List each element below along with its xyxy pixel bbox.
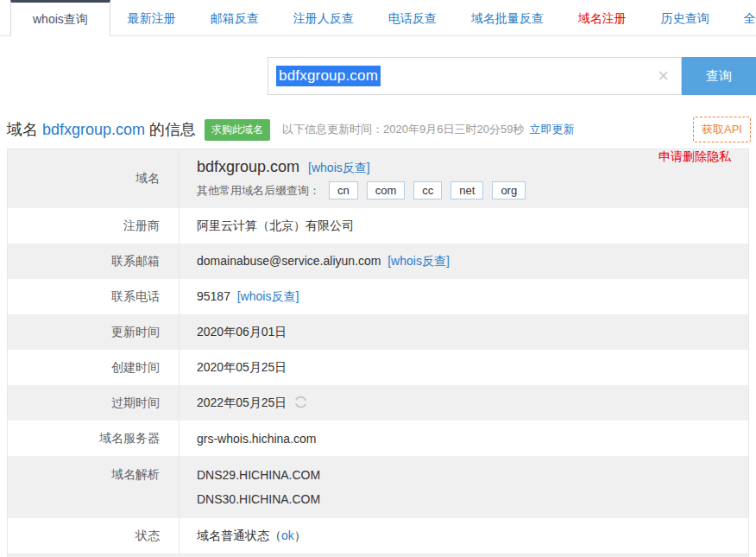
result-header: 域名 bdfxgroup.com 的信息 求购此域名 以下信息更新时间：2020… [7,117,751,142]
domain-value-line: bdfxgroup.com [whois反查] [197,158,658,176]
update-now-link[interactable]: 立即更新 [529,122,574,137]
email-value: domainabuse@service.aliyun.com [197,254,381,268]
row-label: 联系邮箱 [8,244,180,279]
row-label: 域名解析 [8,456,180,518]
row-value: 阿里云计算（北京）有限公司 [180,218,748,234]
table-row-domain: 域名 bdfxgroup.com [whois反查] 其他常用域名后缀查询： c… [8,149,748,208]
table-row-whois-server: 域名服务器 grs-whois.hichina.com [8,421,748,456]
row-value: domainabuse@service.aliyun.com [whois反查] [180,254,748,269]
dns-value-1: DNS29.HICHINA.COM [197,468,748,482]
row-value: bdfxgroup.com [whois反查] 其他常用域名后缀查询： cn c… [180,149,658,208]
page-title-domain: bdfxgroup.com [42,121,145,138]
whois-info-table: 域名 bdfxgroup.com [whois反查] 其他常用域名后缀查询： c… [7,149,749,557]
update-time-text: 以下信息更新时间：2020年9月6日三时20分59秒 [282,122,524,137]
tab-domain-register[interactable]: 域名注册 [578,0,627,35]
table-row-registrar: 注册商 阿里云计算（北京）有限公司 [8,208,748,244]
row-value: 2020年06月01日 [180,325,748,340]
row-value: 域名普通状态（ok） [180,529,748,544]
phone-value: 95187 [197,289,230,303]
suffix-button-cn[interactable]: cn [329,181,358,199]
table-row-updated-date: 更新时间 2020年06月01日 [8,314,748,350]
tab-email-reverse[interactable]: 邮箱反查 [211,0,259,35]
refresh-icon[interactable] [293,395,308,412]
suffix-button-com[interactable]: com [367,181,406,199]
table-row-contact-email: 联系邮箱 domainabuse@service.aliyun.com [who… [8,244,748,279]
row-label: 创建时间 [8,350,180,385]
row-label: 更新时间 [8,314,180,350]
tab-global-domain[interactable]: 全球域名 [744,0,756,35]
search-input[interactable]: bdfxgroup.com × [268,57,682,95]
tab-batch-reverse[interactable]: 域名批量反查 [471,0,544,35]
expiry-value: 2022年05月25日 [197,396,287,409]
phone-whois-reverse-link[interactable]: [whois反查] [237,289,299,303]
delete-privacy-link[interactable]: 申请删除隐私 [658,149,731,208]
row-label: 联系电话 [8,279,180,314]
status-text: 域名普通状态（ [197,529,281,542]
row-value: grs-whois.hichina.com [180,432,748,446]
search-button[interactable]: 查询 [682,57,756,95]
dns-value-2: DNS30.HICHINA.COM [197,492,748,506]
page-title: 域名 bdfxgroup.com 的信息 [7,119,196,140]
suffix-button-net[interactable]: net [450,181,483,199]
table-row-dns: 域名解析 DNS29.HICHINA.COM DNS30.HICHINA.COM [8,456,748,518]
row-value: 2022年05月25日 [180,395,748,412]
tab-phone-reverse[interactable]: 电话反查 [388,0,437,35]
buy-domain-badge[interactable]: 求购此域名 [205,119,270,141]
row-label: 域名 [8,149,180,208]
row-value: DNS29.HICHINA.COM DNS30.HICHINA.COM [180,456,748,518]
get-api-button[interactable]: 获取API [693,117,751,142]
status-ok-link[interactable]: ok [281,529,294,542]
tab-newest-registered[interactable]: 最新注册 [128,0,176,35]
search-input-selected-text: bdfxgroup.com [276,66,381,86]
suffix-button-org[interactable]: org [492,181,526,199]
row-value: 2020年05月25日 [180,360,748,376]
email-whois-reverse-link[interactable]: [whois反查] [387,254,450,268]
page-title-suffix: 的信息 [145,121,196,138]
next-row-sliver [8,554,748,557]
domain-whois-reverse-link[interactable]: [whois反查] [308,161,370,176]
suffix-query-label: 其他常用域名后缀查询： [197,183,320,199]
tab-whois-query[interactable]: whois查询 [10,0,110,36]
row-label: 状态 [8,518,180,554]
tab-history-query[interactable]: 历史查询 [661,0,709,35]
tab-registrant-reverse[interactable]: 注册人反查 [293,0,354,35]
row-label: 注册商 [8,208,180,244]
table-row-expiry-date: 过期时间 2022年05月25日 [8,385,748,421]
row-label: 域名服务器 [8,421,180,456]
table-row-created-date: 创建时间 2020年05月25日 [8,350,748,385]
table-row-contact-phone: 联系电话 95187 [whois反查] [8,279,748,314]
suffix-query-line: 其他常用域名后缀查询： cn com cc net org [197,181,658,199]
clear-icon[interactable]: × [658,66,669,85]
table-row-status: 状态 域名普通状态（ok） [8,518,748,554]
domain-value: bdfxgroup.com [197,158,299,176]
suffix-button-cc[interactable]: cc [413,181,442,199]
page-title-prefix: 域名 [7,121,42,138]
row-label: 过期时间 [8,385,180,421]
status-text-suffix: ） [294,529,306,542]
row-value: 95187 [whois反查] [180,289,748,305]
top-tabbar: whois查询 最新注册 邮箱反查 注册人反查 电话反查 域名批量反查 域名注册… [0,0,756,36]
search-bar: bdfxgroup.com × 查询 [268,57,756,95]
